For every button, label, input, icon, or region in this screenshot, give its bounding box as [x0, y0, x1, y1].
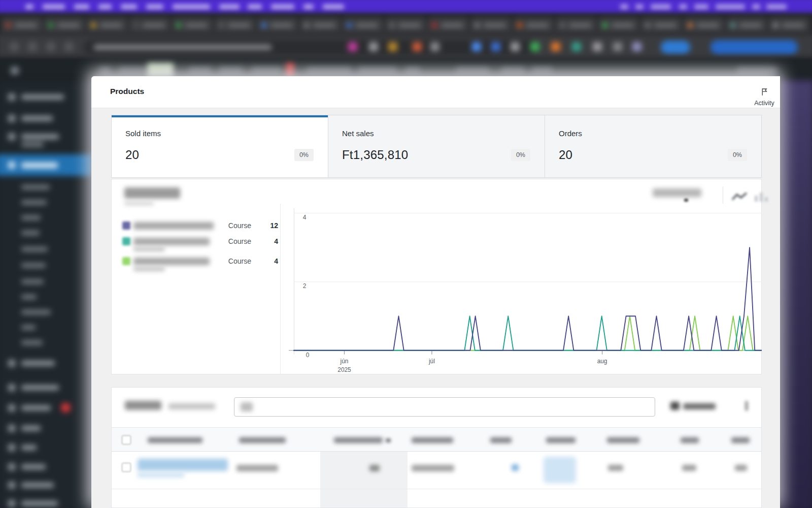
browser-tab[interactable]: [726, 17, 767, 34]
submenu-item-blurred[interactable]: [21, 247, 48, 251]
browser-tab[interactable]: [641, 17, 682, 34]
browser-tab[interactable]: [556, 17, 596, 34]
submenu-item-blurred[interactable]: [21, 279, 44, 284]
legend-row[interactable]: Course 12: [112, 221, 280, 239]
legend-row[interactable]: Course 4: [112, 237, 280, 255]
sidebar-item-blurred[interactable]: [21, 134, 59, 139]
sold-items-card[interactable]: Sold items 20 0%: [112, 115, 328, 177]
browser-tab[interactable]: [470, 17, 511, 34]
activity-button[interactable]: Activity: [749, 87, 780, 107]
browser-tab[interactable]: [343, 17, 383, 34]
menu-item-blurred[interactable]: [25, 4, 33, 10]
submenu-item-blurred[interactable]: [21, 231, 40, 235]
download-button[interactable]: [683, 403, 716, 409]
browser-tab[interactable]: [300, 17, 341, 34]
menu-item-blurred[interactable]: [323, 4, 344, 10]
submenu-item-blurred[interactable]: [21, 215, 41, 220]
extension-icon[interactable]: [530, 42, 539, 51]
orders-cell-blurred[interactable]: [512, 464, 519, 471]
sidebar-item-blurred[interactable]: [21, 426, 41, 431]
nav-button-blurred[interactable]: [64, 42, 74, 52]
submenu-item-blurred[interactable]: [21, 185, 50, 189]
sold-items-line-chart[interactable]: 420jún2025júlaug: [289, 207, 762, 375]
column-header-blurred[interactable]: [607, 437, 639, 443]
extension-icon[interactable]: [388, 42, 397, 51]
browser-address-bar[interactable]: [0, 34, 812, 60]
submenu-item-blurred[interactable]: [21, 295, 37, 299]
extension-icon[interactable]: [572, 42, 581, 51]
browser-tab[interactable]: [172, 17, 213, 34]
sidebar-item-blurred[interactable]: [21, 464, 46, 469]
chart-type-line-button[interactable]: [730, 190, 749, 205]
browser-tab[interactable]: [684, 17, 724, 34]
extension-icon[interactable]: [632, 42, 641, 51]
browser-tab[interactable]: [513, 17, 554, 34]
column-header-blurred[interactable]: [148, 437, 202, 443]
extension-icon[interactable]: [369, 42, 378, 51]
menu-item-blurred[interactable]: [98, 4, 112, 10]
browser-tab[interactable]: [129, 17, 170, 34]
sidebar-item-blurred[interactable]: [21, 445, 37, 450]
column-header-blurred[interactable]: [239, 437, 286, 443]
sidebar-item-blurred[interactable]: [21, 385, 59, 390]
extension-icon[interactable]: [472, 42, 481, 51]
menu-item-blurred[interactable]: [74, 4, 89, 10]
browser-tab[interactable]: [215, 17, 255, 34]
sidebar-item-blurred[interactable]: [21, 116, 53, 121]
browser-tab[interactable]: [769, 17, 809, 34]
wp-logo-blurred[interactable]: [10, 66, 19, 75]
column-header-blurred[interactable]: [412, 437, 453, 443]
column-header-blurred[interactable]: [731, 437, 750, 443]
chart-type-bar-button[interactable]: [752, 190, 770, 205]
submenu-item-blurred[interactable]: [21, 200, 47, 205]
extension-icon[interactable]: [613, 42, 622, 51]
browser-tab-strip[interactable]: [0, 13, 812, 36]
orders-card[interactable]: Orders 20 0%: [545, 115, 761, 177]
extension-icon[interactable]: [430, 42, 439, 51]
browser-tab[interactable]: [385, 17, 426, 34]
legend-row[interactable]: Course 4: [112, 257, 280, 274]
extension-icon[interactable]: [551, 42, 560, 51]
extension-icon[interactable]: [511, 42, 520, 51]
sidebar-item-blurred[interactable]: [21, 501, 58, 506]
select-all-checkbox[interactable]: [122, 435, 131, 444]
category-chip-blurred[interactable]: [544, 457, 576, 483]
menu-item-blurred[interactable]: [43, 4, 65, 10]
browser-tab[interactable]: [257, 17, 298, 34]
profile-pill-blurred[interactable]: [661, 41, 690, 54]
nav-button-blurred[interactable]: [46, 42, 56, 52]
browser-tab[interactable]: [598, 17, 639, 34]
menu-item-blurred[interactable]: [219, 4, 240, 10]
submenu-item-blurred[interactable]: [21, 310, 51, 314]
extension-icon[interactable]: [413, 42, 422, 51]
menu-item-blurred[interactable]: [121, 4, 137, 10]
sidebar-item-blurred[interactable]: [21, 94, 64, 100]
menu-item-blurred[interactable]: [146, 4, 163, 10]
menu-item-blurred[interactable]: [173, 4, 210, 10]
products-search-input[interactable]: [234, 397, 655, 417]
sidebar-item-blurred[interactable]: [21, 405, 51, 410]
submenu-item-blurred[interactable]: [21, 263, 46, 268]
menu-item-blurred[interactable]: [271, 4, 294, 10]
menu-item-blurred[interactable]: [303, 4, 314, 10]
sidebar-item-blurred[interactable]: [21, 361, 55, 366]
interval-dropdown[interactable]: [653, 188, 701, 197]
column-header-blurred[interactable]: [546, 437, 576, 443]
sidebar-item-blurred[interactable]: [21, 483, 54, 488]
menu-item-blurred[interactable]: [248, 4, 262, 10]
browser-blue-button-blurred[interactable]: [710, 40, 798, 54]
nav-button-blurred[interactable]: [9, 42, 19, 52]
browser-tab[interactable]: [87, 17, 127, 34]
column-header-blurred[interactable]: [334, 437, 383, 443]
net-sales-card[interactable]: Net sales Ft1,365,810 0%: [328, 115, 545, 177]
nav-button-blurred[interactable]: [27, 42, 38, 52]
column-header-blurred[interactable]: [490, 437, 512, 443]
browser-tab[interactable]: [2, 17, 42, 34]
row-checkbox[interactable]: [122, 463, 131, 472]
product-link-blurred[interactable]: [138, 459, 228, 471]
browser-tab[interactable]: [44, 17, 85, 34]
ellipsis-menu-icon[interactable]: [745, 401, 748, 411]
wp-admin-sidebar[interactable]: [0, 80, 93, 508]
browser-tab[interactable]: [428, 17, 468, 34]
extension-icon[interactable]: [348, 42, 357, 51]
